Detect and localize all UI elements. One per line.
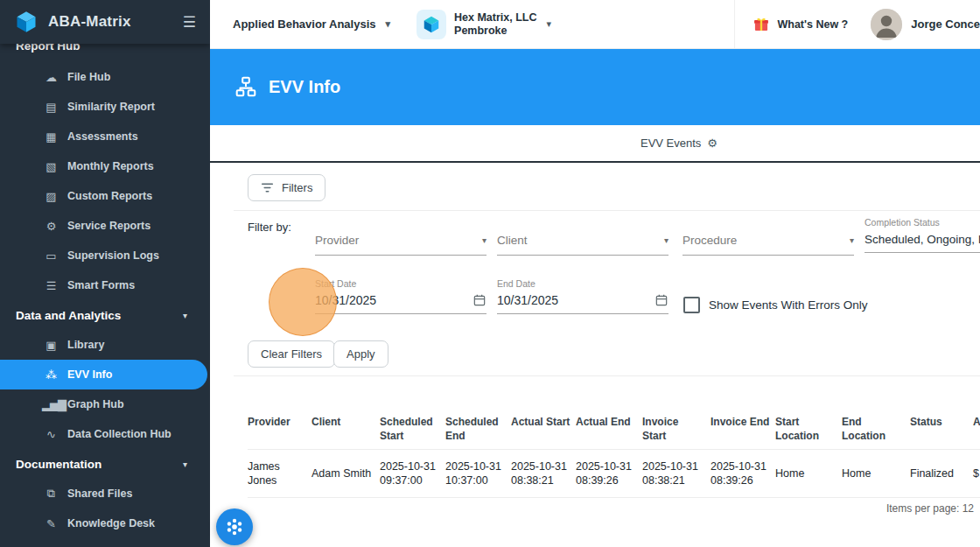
whats-new-button[interactable]: What's New ? [752, 16, 848, 33]
client-select[interactable]: Client ▾ [497, 231, 668, 256]
checkbox-unchecked[interactable] [683, 297, 700, 313]
column-header: Invoice Start [642, 415, 710, 443]
smart-forms-icon: ☰ [42, 279, 60, 292]
clear-filters-button[interactable]: Clear Filters [248, 340, 335, 368]
chevron-down-icon: ▾ [482, 235, 486, 245]
procedure-select[interactable]: Procedure ▾ [682, 231, 854, 256]
evv-sitemap-icon [234, 75, 257, 98]
cell-actual-start: 2025-10-31 08:38:21 [511, 459, 576, 488]
table-header-row: Provider Client Scheduled Start Schedule… [248, 415, 980, 450]
page-title: EVV Info [269, 77, 340, 97]
sidebar-item-monthly-reports[interactable]: ▧ Monthly Reports [0, 151, 210, 181]
column-header: Invoice End [710, 415, 775, 429]
sidebar-section-data-and-analytics[interactable]: Data and Analytics ▾ [0, 300, 210, 330]
cell-provider: James Jones [248, 459, 312, 488]
column-header: Provider [248, 415, 312, 429]
topbar-right: What's New ? Jorge Conce [734, 0, 980, 48]
table-row[interactable]: James Jones Adam Smith 2025-10-31 09:37:… [248, 450, 980, 498]
supervision-logs-icon: ▭ [42, 249, 60, 263]
chevron-down-icon: ▾ [386, 18, 391, 30]
library-icon: ▣ [42, 339, 60, 352]
sidebar-item-graph-hub[interactable]: ▂▅▇ Graph Hub [0, 389, 210, 419]
chevron-down-icon: ▾ [183, 459, 187, 469]
aba-matrix-logo-icon [14, 10, 38, 34]
cell-status: Finalized [910, 466, 973, 480]
similarity-report-icon: ▤ [42, 101, 60, 114]
chevron-down-icon: ▾ [183, 311, 187, 320]
divider [234, 375, 980, 376]
page-header: EVV Info [210, 48, 980, 125]
filter-icon [261, 182, 274, 193]
app-root: ABA-Matrix ☰ Report Hub ☁ File Hub ▤ Sim… [0, 0, 980, 547]
chevron-down-icon: ▾ [664, 235, 668, 245]
completion-status-select[interactable]: Completion Status Scheduled, Ongoing, I [864, 217, 980, 253]
underline [497, 313, 668, 314]
column-header: Scheduled End [445, 415, 511, 443]
shared-files-icon: ⧉ [42, 487, 60, 501]
user-avatar[interactable] [871, 9, 902, 40]
calendar-icon[interactable] [654, 293, 668, 307]
sidebar-item-smart-forms[interactable]: ☰ Smart Forms [0, 270, 210, 300]
calendar-icon[interactable] [472, 293, 486, 307]
underline [315, 255, 486, 256]
start-date-field[interactable]: Start Date 10/31/2025 [315, 278, 486, 314]
graph-hub-icon: ▂▅▇ [42, 398, 60, 411]
show-errors-only-checkbox[interactable]: Show Events With Errors Only [683, 297, 868, 313]
app-selector-dropdown[interactable]: Applied Behavior Analysis ▾ [233, 18, 390, 31]
column-header: Start Location [775, 415, 842, 443]
sidebar-item-library[interactable]: ▣ Library [0, 330, 210, 360]
column-header: End Location [842, 415, 910, 443]
underline [497, 255, 668, 256]
cell-scheduled-start: 2025-10-31 09:37:00 [380, 459, 445, 488]
custom-reports-icon: ▨ [42, 190, 60, 203]
column-header: Status [910, 415, 973, 429]
evv-events-table: Provider Client Scheduled Start Schedule… [248, 415, 980, 498]
organization-location: Pembroke [454, 25, 536, 38]
sidebar-item-evv-info[interactable]: ⁂ EVV Info [0, 360, 207, 389]
column-header: Actual Start [511, 415, 576, 429]
user-name[interactable]: Jorge Conce [911, 18, 980, 31]
underline [315, 313, 486, 314]
monthly-reports-icon: ▧ [42, 160, 60, 173]
organization-selector-dropdown[interactable]: Hex Matrix, LLC Pembroke ▾ [416, 10, 551, 39]
tab-bar: EVV Events ⚙ [210, 125, 980, 163]
sidebar-item-file-hub[interactable]: ☁ File Hub [0, 62, 210, 92]
person-icon [871, 9, 902, 40]
content: Filters Filter by: Provider ▾ Client ▾ P… [210, 163, 980, 547]
cell-invoice-end: 2025-10-31 08:39:26 [710, 459, 775, 488]
tab-settings-icon: ⚙ [707, 137, 718, 150]
service-reports-icon: ⚙ [42, 220, 60, 233]
accessibility-widget-button[interactable] [216, 508, 253, 545]
sidebar-section-label: Data and Analytics [16, 309, 121, 322]
sidebar-item-data-collection-hub[interactable]: ∿ Data Collection Hub [0, 419, 210, 449]
assessments-icon: ▦ [42, 130, 60, 144]
filter-by-label: Filter by: [248, 221, 291, 234]
sidebar-brand: ABA-Matrix ☰ [0, 0, 210, 44]
end-date-field[interactable]: End Date 10/31/2025 [497, 278, 668, 314]
data-collection-hub-icon: ∿ [42, 428, 60, 441]
items-per-page[interactable]: Items per page: 12 [886, 502, 974, 515]
organization-name: Hex Matrix, LLC Pembroke [454, 11, 536, 38]
sidebar-section-label: Documentation [16, 458, 102, 471]
sidebar-nav: Report Hub ☁ File Hub ▤ Similarity Repor… [0, 39, 210, 538]
sidebar-item-custom-reports[interactable]: ▨ Custom Reports [0, 181, 210, 211]
sidebar-item-assessments[interactable]: ▦ Assessments [0, 122, 210, 151]
cell-amount: $ [973, 466, 980, 480]
cell-scheduled-end: 2025-10-31 10:37:00 [445, 459, 511, 488]
sidebar-section-documentation[interactable]: Documentation ▾ [0, 449, 210, 479]
sidebar-item-service-reports[interactable]: ⚙ Service Reports [0, 211, 210, 241]
sidebar-item-shared-files[interactable]: ⧉ Shared Files [0, 479, 210, 508]
provider-select[interactable]: Provider ▾ [315, 231, 486, 256]
sidebar-item-supervision-logs[interactable]: ▭ Supervision Logs [0, 241, 210, 270]
topbar: Applied Behavior Analysis ▾ Hex Matrix, … [210, 0, 980, 49]
sidebar-item-knowledge-desk[interactable]: ✎ Knowledge Desk [0, 508, 210, 538]
hamburger-menu-icon[interactable]: ☰ [183, 13, 196, 32]
filters-button[interactable]: Filters [248, 174, 326, 201]
sidebar-item-similarity-report[interactable]: ▤ Similarity Report [0, 92, 210, 122]
column-header: Client [312, 415, 380, 429]
tab-evv-events[interactable]: EVV Events ⚙ [640, 137, 718, 150]
knowledge-desk-icon: ✎ [42, 517, 60, 530]
cell-invoice-start: 2025-10-31 08:38:21 [642, 459, 710, 488]
sidebar: ABA-Matrix ☰ Report Hub ☁ File Hub ▤ Sim… [0, 0, 210, 547]
apply-button[interactable]: Apply [333, 340, 388, 368]
